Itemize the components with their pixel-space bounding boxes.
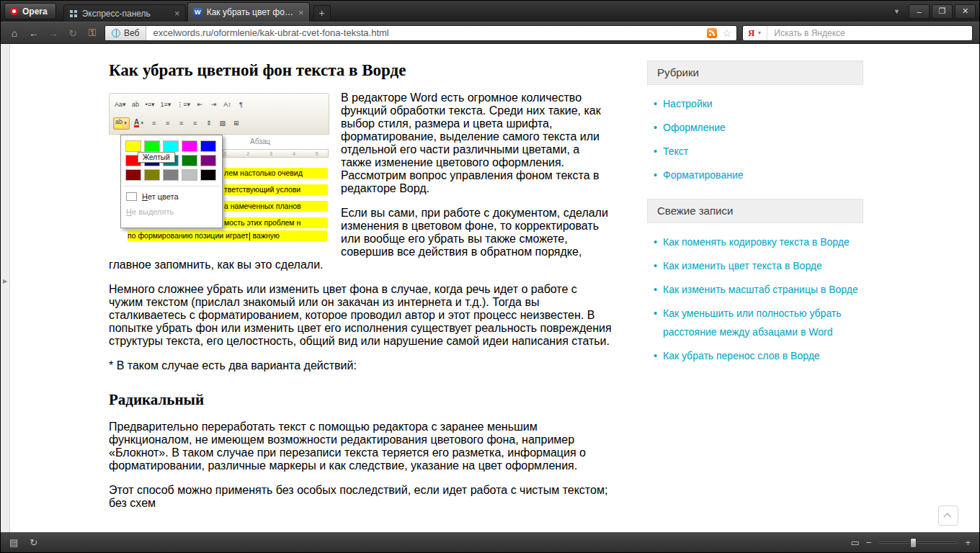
list-item: Текст <box>654 142 863 161</box>
sidebar-link[interactable]: Форматирование <box>663 169 744 181</box>
color-swatch <box>144 140 160 152</box>
tab-speed-dial[interactable]: Экспресс-панель × <box>63 4 186 22</box>
sidebar-link[interactable]: Настройки <box>663 98 713 109</box>
fit-width-icon[interactable]: ▭ <box>851 537 860 548</box>
address-bar: ⌂ ← → ↻ ⚿ Веб excelwords.ru/oformlenie/k… <box>1 22 979 44</box>
bullet-list-icon: •≡▾ <box>144 99 156 111</box>
article: Как убрать цветной фон текста в Ворде Aa… <box>109 44 612 521</box>
tab-close-icon[interactable]: × <box>174 9 180 18</box>
sidebar-link[interactable]: Как уменьшить или полностью убрать расст… <box>663 307 842 338</box>
sync-icon[interactable]: ↻ <box>30 537 37 548</box>
rss-icon[interactable] <box>707 28 717 38</box>
web-security-badge[interactable]: Веб <box>105 26 146 40</box>
paragraph: Предварительно переработать текст с помо… <box>109 421 612 472</box>
color-swatch <box>182 140 197 152</box>
text-cursor <box>249 233 250 240</box>
page-viewport: ▶ Как убрать цветной фон текста в Ворде … <box>1 44 979 532</box>
panel-toggle-strip[interactable]: ▶ <box>1 44 10 532</box>
sidebar-link[interactable]: Как убрать перенос слов в Ворде <box>663 350 820 361</box>
zoom-slider-thumb[interactable] <box>910 538 917 548</box>
url-text[interactable]: excelwords.ru/oformlenie/kak-ubrat-cvet-… <box>146 27 707 38</box>
word-favicon: W <box>193 8 202 17</box>
panels-toggle-icon[interactable]: ▤ <box>9 537 18 548</box>
decrease-indent-icon: ⇤ <box>195 99 205 111</box>
scroll-to-top-button[interactable] <box>938 505 958 526</box>
highlighted-line: тветствующий услови <box>224 184 328 195</box>
list-item: Оформление <box>654 118 863 137</box>
menu-item-stop-highlight: Не выделять <box>121 204 222 219</box>
list-item: Как уменьшить или полностью убрать расст… <box>654 304 863 341</box>
word-ribbon: Aa▾ ab •≡▾ 1≡▾ ⋮≡▾ ⇤ ⇥ A↕ ¶ ab▼ <box>109 93 329 135</box>
home-icon[interactable]: ⌂ <box>7 27 22 39</box>
change-case-icon: ab <box>130 99 141 111</box>
web-page: Как убрать цветной фон текста в Ворде Aa… <box>10 44 979 532</box>
reload-icon[interactable]: ↻ <box>66 27 80 39</box>
search-engine-selector[interactable]: Я ▼ <box>743 26 767 40</box>
close-button[interactable]: ✕ <box>955 4 976 19</box>
tab-label: Как убрать цвет фона ... <box>207 7 294 17</box>
multilevel-list-icon: ⋮≡▾ <box>175 99 192 111</box>
align-right-icon: ≡ <box>176 117 187 130</box>
new-tab-button[interactable]: + <box>313 5 331 20</box>
sidebar-link[interactable]: Текст <box>663 145 688 157</box>
sidebar-link[interactable]: Как изменить цвет текста в Ворде <box>663 260 822 271</box>
sidebar-heading-recent: Свежие записи <box>647 199 863 223</box>
recent-posts-list: Как поменять кодировку текста в Ворде Ка… <box>647 233 863 365</box>
word-screenshot-image: Aa▾ ab •≡▾ 1≡▾ ⋮≡▾ ⇤ ⇥ A↕ ¶ ab▼ <box>109 93 329 246</box>
sidebar-link[interactable]: Как изменить масштаб страницы в Ворде <box>663 284 858 295</box>
web-badge-label: Веб <box>124 28 139 38</box>
bookmark-star-icon[interactable]: ☆ <box>722 27 731 39</box>
paragraph: Немного сложнее убрать или изменить цвет… <box>109 283 612 348</box>
browser-window: Opera Экспресс-панель × W Как убрать цве… <box>0 0 980 553</box>
minimize-button[interactable]: – <box>909 4 930 19</box>
highlighted-line: а намеченных планов <box>224 201 328 212</box>
tab-strip: Экспресс-панель × W Как убрать цвет фона… <box>63 1 331 22</box>
increase-indent-icon: ⇥ <box>208 99 219 111</box>
tab-menu-chevron-icon[interactable]: ▼ <box>894 8 900 15</box>
highlighted-line: лем настолько очевид <box>224 168 328 179</box>
list-item: Как изменить масштаб страницы в Ворде <box>654 280 863 299</box>
highlight-color-palette: Нет цвета Не выделять <box>120 135 223 228</box>
sidebar: Рубрики Настройки Оформление Текст Форма… <box>647 44 863 372</box>
font-color-button: A▼ <box>133 117 146 130</box>
numbered-list-icon: 1≡▾ <box>159 99 172 111</box>
globe-icon <box>112 29 120 37</box>
zoom-in-icon[interactable]: + <box>965 537 971 548</box>
tab-close-icon[interactable]: × <box>298 8 304 17</box>
color-swatch <box>125 169 141 181</box>
menu-item-no-color: Нет цвета <box>121 189 222 204</box>
list-item: Как поменять кодировку текста в Ворде <box>654 233 863 251</box>
color-swatch <box>182 169 197 181</box>
sidebar-link[interactable]: Оформление <box>663 122 726 133</box>
zoom-slider[interactable] <box>878 541 958 544</box>
page-title: Как убрать цветной фон текста в Ворде <box>109 61 612 80</box>
tab-article[interactable]: W Как убрать цвет фона ... × <box>187 2 310 22</box>
chevron-down-icon: ▼ <box>757 30 762 35</box>
color-swatch <box>200 140 216 152</box>
forward-icon[interactable]: → <box>46 27 61 39</box>
list-item: Как изменить цвет текста в Ворде <box>654 256 863 275</box>
no-color-swatch <box>126 192 137 201</box>
opera-menu-label: Opera <box>22 6 48 17</box>
list-item: Форматирование <box>654 166 863 184</box>
word-ruler: 1 2 3 4 5 6 7 <box>223 149 329 158</box>
highlighted-line-with-cursor: по формированию позиции играет важную <box>128 230 327 241</box>
opera-logo-icon <box>10 7 18 15</box>
sidebar-link[interactable]: Как поменять кодировку текста в Ворде <box>663 236 850 248</box>
restore-button[interactable]: ❐ <box>932 4 953 19</box>
zoom-out-icon[interactable]: − <box>866 537 872 548</box>
url-field[interactable]: Веб excelwords.ru/oformlenie/kak-ubrat-c… <box>104 25 737 41</box>
back-icon[interactable]: ← <box>27 27 41 39</box>
opera-menu-button[interactable]: Opera <box>4 3 56 19</box>
speed-dial-icon <box>70 10 73 13</box>
list-item: Как убрать перенос слов в Ворде <box>654 346 863 365</box>
wand-password-icon[interactable]: ⚿ <box>85 27 99 39</box>
paragraph-note: * В таком случае есть два варианта дейст… <box>109 359 612 372</box>
window-controls: – ❐ ✕ <box>909 4 976 19</box>
align-center-icon: ≡ <box>162 117 173 130</box>
borders-icon: ⊞ <box>231 117 241 130</box>
shading-icon: ▨ <box>217 117 228 130</box>
zoom-controls: ▭ − + <box>851 537 971 548</box>
search-field[interactable]: Я ▼ Искать в Яндексе <box>742 25 973 41</box>
panel-toggle-arrow-icon: ▶ <box>3 278 7 284</box>
